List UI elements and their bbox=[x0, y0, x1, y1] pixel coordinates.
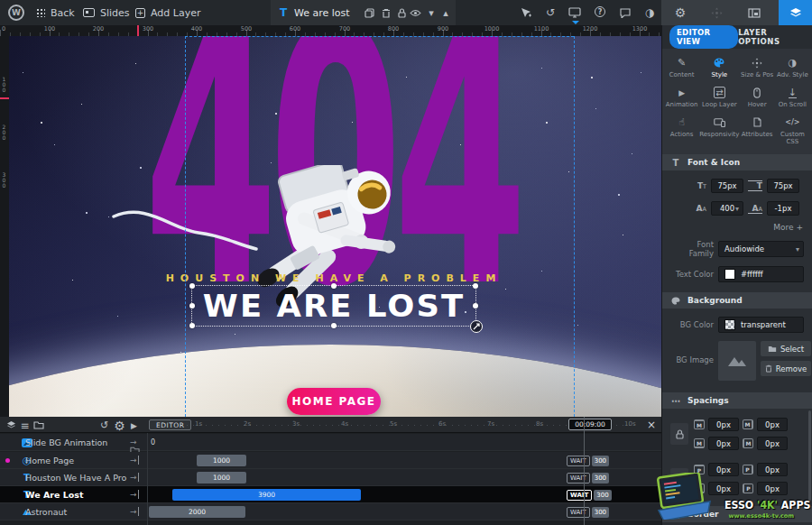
duplicate-layer-icon[interactable] bbox=[363, 6, 375, 19]
skip-to-end-icon[interactable] bbox=[130, 507, 139, 516]
row-start-time: 0 bbox=[151, 438, 155, 447]
timeline-close-icon[interactable] bbox=[644, 418, 659, 432]
margin-bottom-input[interactable]: 0px bbox=[708, 437, 739, 450]
layer-home-page-button[interactable]: HOME PAGE bbox=[287, 388, 381, 415]
bg-image-thumbnail[interactable] bbox=[718, 341, 756, 381]
tab-animation[interactable]: Animation bbox=[664, 87, 699, 108]
move-layer-down-icon[interactable] bbox=[425, 6, 438, 19]
tab-style[interactable]: Style bbox=[699, 57, 739, 78]
move-tool-icon[interactable] bbox=[710, 6, 723, 19]
skip-to-end-icon[interactable] bbox=[130, 490, 139, 499]
resize-handle-sw[interactable] bbox=[189, 323, 195, 328]
selected-layer-box[interactable]: WE ARE LOST bbox=[191, 285, 476, 327]
wait-badge[interactable]: WAIT 300 bbox=[567, 506, 609, 518]
section-background[interactable]: Background bbox=[662, 292, 812, 309]
margin-top-input[interactable]: 0px bbox=[708, 418, 739, 431]
tab-attributes[interactable]: Attributes bbox=[739, 116, 774, 145]
tab-actions[interactable]: Actions bbox=[664, 116, 699, 145]
tab-size-pos[interactable]: Size & Pos bbox=[739, 57, 774, 78]
font-size-input[interactable]: 75px bbox=[711, 179, 743, 193]
slide-canvas[interactable]: 404 bbox=[0, 36, 661, 417]
tab-custom-css[interactable]: Custom CSS bbox=[775, 116, 810, 145]
slides-label: Slides bbox=[100, 7, 130, 19]
section-font-icon[interactable]: T Font & Icon bbox=[662, 154, 812, 170]
resize-handle-n[interactable] bbox=[331, 283, 337, 289]
tab-responsivity[interactable]: Responsivity bbox=[699, 116, 739, 145]
move-arrows-icon bbox=[752, 57, 762, 69]
resize-handle-nw[interactable] bbox=[189, 283, 195, 289]
wait-badge[interactable]: WAIT 300 bbox=[567, 489, 612, 501]
tab-on-scroll[interactable]: On Scroll bbox=[775, 87, 810, 108]
tab-content[interactable]: Content bbox=[664, 57, 699, 78]
tick-1s: 1s bbox=[195, 420, 202, 428]
animation-bar-selected[interactable]: 3900 bbox=[172, 489, 361, 501]
rotate-handle[interactable] bbox=[470, 320, 483, 333]
tick-5s: 5s bbox=[390, 420, 397, 428]
back-button[interactable]: Back bbox=[36, 0, 75, 25]
resize-handle-w[interactable] bbox=[189, 303, 195, 309]
add-layer-button[interactable]: Add Layer bbox=[135, 0, 200, 25]
timeline-folder-icon[interactable] bbox=[32, 419, 44, 431]
layer-title-text[interactable]: WE ARE LOST bbox=[187, 286, 482, 326]
timeline-row-we-are-lost[interactable]: T We Are Lost 3900 WAIT 300 bbox=[0, 486, 661, 503]
timeline-row-houston[interactable]: T Houston We Have A Pro 1000 WAIT 300 bbox=[0, 469, 661, 486]
tab-loop-layer[interactable]: Loop Layer bbox=[699, 87, 739, 108]
help-icon[interactable] bbox=[595, 6, 605, 17]
animation-bar[interactable]: 2000 bbox=[149, 506, 245, 518]
text-color-input[interactable]: #ffffff bbox=[718, 266, 804, 282]
wordpress-logo[interactable] bbox=[8, 5, 24, 21]
delete-layer-icon[interactable] bbox=[380, 6, 392, 19]
margin-right-input[interactable]: 0px bbox=[757, 418, 788, 431]
selection-tool-icon[interactable] bbox=[520, 6, 532, 19]
preview-device-icon[interactable] bbox=[568, 6, 581, 19]
letter-spacing-input[interactable]: -1px bbox=[767, 201, 799, 216]
undo-icon[interactable] bbox=[544, 6, 557, 19]
font-weight-select[interactable]: 400 bbox=[711, 201, 743, 216]
feedback-icon[interactable] bbox=[619, 6, 632, 19]
bg-image-select-button[interactable]: Select bbox=[761, 341, 811, 356]
timeline-play-icon[interactable] bbox=[128, 419, 140, 431]
layers-panel-button[interactable] bbox=[779, 0, 812, 25]
settings-gear-icon[interactable] bbox=[674, 6, 687, 19]
resize-handle-ne[interactable] bbox=[473, 283, 478, 289]
timeline-layers-icon[interactable] bbox=[5, 419, 17, 431]
current-time-input[interactable]: 00:09:00 bbox=[568, 419, 612, 430]
editor-view-button[interactable]: EDITOR VIEW bbox=[669, 25, 738, 49]
bg-color-input[interactable]: transparent bbox=[718, 317, 804, 333]
resize-handle-e[interactable] bbox=[473, 303, 478, 309]
skip-to-end-icon[interactable] bbox=[130, 456, 139, 465]
transparent-swatch bbox=[724, 319, 735, 330]
timeline-settings-icon[interactable] bbox=[114, 419, 125, 431]
animation-bar[interactable]: 1000 bbox=[197, 455, 246, 466]
layout-panels-icon[interactable] bbox=[748, 6, 761, 19]
margin-lock-icon[interactable] bbox=[670, 423, 688, 445]
timeline-menu-icon[interactable] bbox=[19, 419, 31, 431]
line-height-input[interactable]: 75px bbox=[767, 179, 799, 193]
wait-badge[interactable]: WAIT 300 bbox=[567, 455, 609, 466]
animation-bar[interactable]: 1000 bbox=[197, 472, 246, 484]
move-layer-up-icon[interactable] bbox=[439, 6, 452, 19]
font-family-select[interactable]: Audiowide bbox=[718, 241, 804, 257]
section-spacings[interactable]: Spacings bbox=[662, 392, 812, 409]
slides-button[interactable]: Slides bbox=[83, 0, 130, 25]
skip-to-end-icon[interactable] bbox=[130, 473, 139, 482]
timeline-row-slide-bg[interactable]: Slide BG Animation 0 bbox=[0, 434, 661, 451]
timeline-loop-icon[interactable] bbox=[98, 419, 110, 431]
tab-adv-style[interactable]: Adv. Style bbox=[775, 57, 810, 78]
tab-hover[interactable]: Hover bbox=[739, 87, 774, 108]
text-color-label: Text Color bbox=[670, 270, 714, 279]
lock-layer-icon[interactable] bbox=[395, 6, 408, 19]
timeline-row-home-page[interactable]: Home Page 1000 WAIT 300 bbox=[0, 452, 661, 469]
wait-badge[interactable]: WAIT 300 bbox=[567, 472, 609, 484]
more-link[interactable]: More + bbox=[662, 223, 803, 232]
devices-icon bbox=[714, 116, 725, 128]
margin-left-input[interactable]: 0px bbox=[757, 437, 788, 450]
timeline-row-astronaut[interactable]: Astronaut 2000 WAIT 300 bbox=[0, 503, 661, 520]
text-icon: T bbox=[671, 158, 680, 168]
timeline-playhead[interactable] bbox=[584, 417, 585, 525]
contrast-icon[interactable] bbox=[643, 6, 656, 19]
visibility-eye-icon[interactable] bbox=[409, 6, 421, 19]
resize-handle-s[interactable] bbox=[331, 323, 337, 328]
bg-image-remove-button[interactable]: Remove bbox=[761, 361, 811, 376]
grid-icon bbox=[36, 8, 45, 17]
